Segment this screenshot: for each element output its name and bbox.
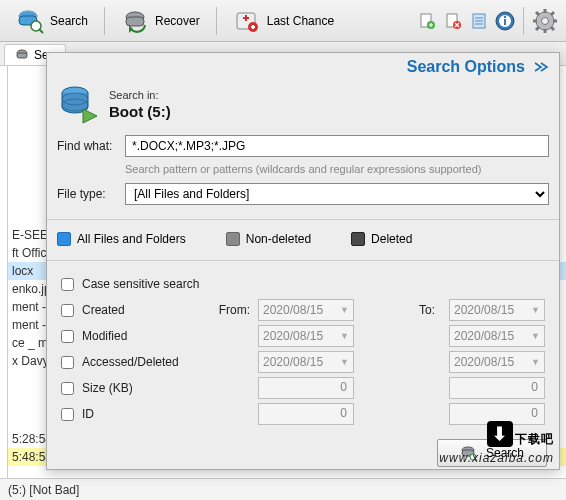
view-filter-row: All Files and Folders Non-deleted Delete… [47,228,559,256]
size-label: Size (KB) [82,381,202,395]
dialog-title: Search Options [407,58,525,76]
search-toolbar-button[interactable]: Search [6,3,98,39]
status-text: (5:) [Not Bad] [8,483,79,497]
findwhat-label: Find what: [57,139,117,153]
all-chip-icon [57,232,71,246]
svg-line-45 [475,459,477,461]
doc-delete-icon[interactable] [442,10,464,32]
main-toolbar: Search Recover Last Chance [0,0,566,42]
chevron-down-icon: ▼ [340,357,349,367]
accessed-to-date[interactable]: 2020/08/15▼ [449,351,545,373]
svg-point-25 [504,15,506,17]
doc-icon[interactable] [468,10,490,32]
svg-marker-41 [83,109,97,123]
svg-rect-13 [252,25,254,29]
status-bar: (5:) [Not Bad] [0,478,566,500]
search-toolbar-label: Search [50,14,88,28]
recover-toolbar-button[interactable]: Recover [111,3,210,39]
divider [47,260,559,261]
search-button-label: Search [486,446,524,460]
modified-to-date[interactable]: 2020/08/15▼ [449,325,545,347]
chevron-down-icon: ▼ [531,357,540,367]
to-label: To: [362,303,441,317]
view-deleted-option[interactable]: Deleted [351,232,412,246]
database-search-icon [57,83,99,125]
id-checkbox[interactable] [61,408,74,421]
modified-from-date[interactable]: 2020/08/15▼ [258,325,354,347]
toolbar-separator [104,7,105,35]
doc-new-icon[interactable] [416,10,438,32]
accessed-checkbox[interactable] [61,356,74,369]
svg-line-4 [39,29,43,33]
svg-point-27 [542,17,549,24]
svg-line-35 [551,12,554,15]
created-to-date[interactable]: 2020/08/15▼ [449,299,545,321]
search-location: Boot (5:) [109,103,171,120]
view-nondeleted-label: Non-deleted [246,232,311,246]
chevron-down-icon: ▼ [531,331,540,341]
search-options-dialog: Search Options Search in: Boot (5:) Find… [46,52,560,470]
tab-disk-icon [15,48,29,62]
filetype-select[interactable]: [All Files and Folders] [125,183,549,205]
view-all-option[interactable]: All Files and Folders [57,232,186,246]
view-all-label: All Files and Folders [77,232,186,246]
findwhat-hint: Search pattern or patterns (wildcards an… [57,163,549,175]
created-from-date[interactable]: 2020/08/15▼ [258,299,354,321]
view-nondeleted-option[interactable]: Non-deleted [226,232,311,246]
toolbar-separator [523,7,524,35]
recover-toolbar-label: Recover [155,14,200,28]
view-deleted-label: Deleted [371,232,412,246]
chevron-down-icon: ▼ [531,305,540,315]
svg-rect-6 [126,17,144,26]
accessed-label: Accessed/Deleted [82,355,202,369]
size-to-input[interactable]: 0 [449,377,545,399]
settings-gear-icon[interactable] [531,7,559,35]
info-icon[interactable] [494,10,516,32]
size-from-input[interactable]: 0 [258,377,354,399]
divider [47,219,559,220]
search-button[interactable]: Search [437,439,547,467]
search-disk-icon [16,7,44,35]
expand-arrow-icon[interactable] [533,61,549,73]
chevron-down-icon: ▼ [340,305,349,315]
nondeleted-chip-icon [226,232,240,246]
options-panel: Case sensitive search Created From: 2020… [47,269,559,429]
search-button-icon [460,444,478,462]
lastchance-toolbar-button[interactable]: Last Chance [223,3,344,39]
svg-line-33 [551,27,554,30]
size-checkbox[interactable] [61,382,74,395]
filetype-label: File type: [57,187,117,201]
id-to-input[interactable]: 0 [449,403,545,425]
findwhat-input[interactable] [125,135,549,157]
modified-label: Modified [82,329,202,343]
svg-line-34 [536,27,539,30]
from-label: From: [210,303,250,317]
created-checkbox[interactable] [61,304,74,317]
modified-checkbox[interactable] [61,330,74,343]
case-sensitive-label: Case sensitive search [82,277,199,291]
search-in-label: Search in: [109,89,171,101]
svg-line-32 [536,12,539,15]
deleted-chip-icon [351,232,365,246]
lastchance-icon [233,7,261,35]
svg-rect-37 [17,53,27,58]
tree-panel[interactable] [0,66,8,478]
accessed-from-date[interactable]: 2020/08/15▼ [258,351,354,373]
toolbar-separator [216,7,217,35]
dialog-header: Search in: Boot (5:) [47,81,559,131]
lastchance-toolbar-label: Last Chance [267,14,334,28]
svg-rect-10 [245,15,247,21]
id-label: ID [82,407,202,421]
id-from-input[interactable]: 0 [258,403,354,425]
chevron-down-icon: ▼ [340,331,349,341]
dialog-titlebar: Search Options [47,53,559,81]
recover-icon [121,7,149,35]
created-label: Created [82,303,202,317]
case-sensitive-checkbox[interactable] [61,278,74,291]
svg-rect-24 [504,19,506,25]
